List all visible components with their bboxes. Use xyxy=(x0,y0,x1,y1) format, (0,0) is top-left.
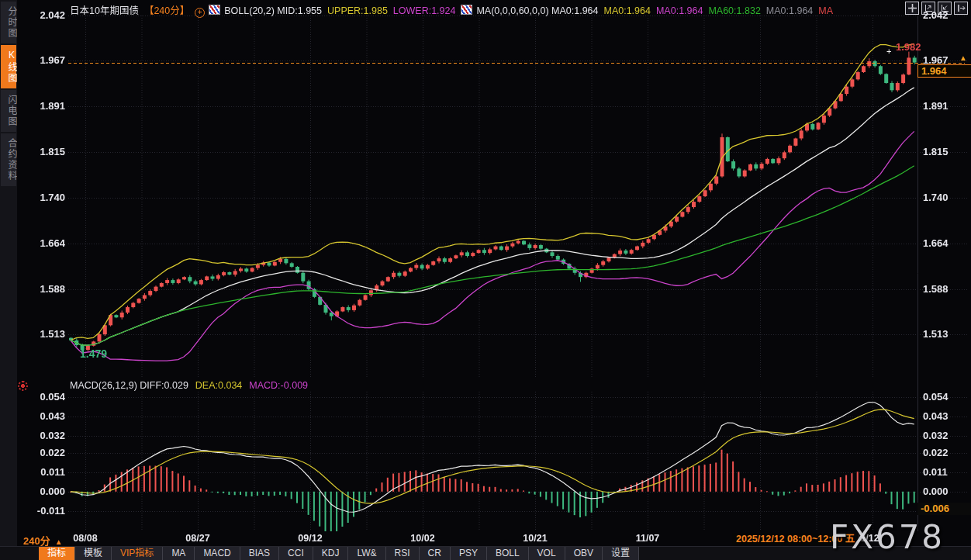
toolbar-button-bias[interactable]: BIAS xyxy=(240,547,279,560)
axis-tick-label: 1.891 xyxy=(20,100,65,112)
toolbar-button-ma[interactable]: MA xyxy=(163,547,195,560)
axis-tick-label: 0.000 xyxy=(20,486,65,497)
sidebar-item-4[interactable]: 合约资料 xyxy=(1,133,16,186)
macd-legend-segment: MACD:-0.009 xyxy=(249,380,308,391)
legend-segment: MA xyxy=(818,5,833,16)
indicator-toolbar: 指标模板VIP指标MAMACDBIASCCIKDJLW&RSICRPSYBOLL… xyxy=(0,546,971,560)
axis-tick-label: 1.513 xyxy=(20,328,65,340)
axis-tick-label: 1.967 xyxy=(20,54,65,66)
axis-tick-label: 2.042 xyxy=(20,9,65,21)
session-low-label: 1.479 xyxy=(80,347,107,360)
toolbar-button-rsi[interactable]: RSI xyxy=(386,547,420,560)
toolbar-button-vol[interactable]: VOL xyxy=(529,547,565,560)
toolbar-button-cr[interactable]: CR xyxy=(420,547,451,560)
toolbar-button-boll[interactable]: BOLL xyxy=(487,547,529,560)
period-dropdown-arrow-icon: ▲ xyxy=(55,538,63,546)
session-high-label: 1.982 xyxy=(896,41,921,53)
axis-tick-label: 1.664 xyxy=(20,237,65,249)
date-label: 08/27 xyxy=(185,533,209,544)
sidebar-item-2[interactable]: K线图 xyxy=(1,45,16,88)
legend-segment: BOLL(20,2) MID:1.955 xyxy=(224,5,322,16)
date-label: 10/21 xyxy=(523,533,547,544)
boll-mini-chart-icon[interactable] xyxy=(209,5,220,15)
macd-legend: MACD(26,12,9) DIFF:0.029DEA:0.034MACD:-0… xyxy=(70,380,315,391)
toolbar-button-设置[interactable]: 设置 xyxy=(603,547,639,560)
legend-segment: MA0:1.964 xyxy=(656,5,703,16)
axis-tick-label: 0.011 xyxy=(20,466,65,478)
chart-canvas[interactable] xyxy=(0,0,971,560)
crosshair-icon[interactable] xyxy=(905,2,919,15)
legend-segment: UPPER:1.985 xyxy=(327,5,388,16)
axis-tick-label: 0.022 xyxy=(923,447,949,458)
toolbar-button-macd[interactable]: MACD xyxy=(195,547,240,560)
axis-tick-label: 0.054 xyxy=(923,391,949,403)
macd-last-value-badge: -0.006 xyxy=(917,503,971,515)
watermark: FX678 xyxy=(830,518,945,556)
axis-tick-label: 1.740 xyxy=(923,192,949,203)
toolbar-button-kdj[interactable]: KDJ xyxy=(313,547,349,560)
macd-legend-segment: MACD(26,12,9) DIFF:0.029 xyxy=(70,380,188,391)
legend-segment: 日本10年期国债 xyxy=(70,5,139,16)
trading-terminal: 分时图K线图闪电图合约资料 日本10年期国债【240分】+BOLL(20,2) … xyxy=(0,0,971,560)
toolbar-button-指标[interactable]: 指标 xyxy=(39,547,75,560)
sidebar-item-1[interactable]: 分时图 xyxy=(1,2,16,43)
axis-tick-label: 1.740 xyxy=(20,192,65,203)
ma-mini-chart-icon[interactable] xyxy=(461,5,472,15)
legend-segment: MA60:1.832 xyxy=(708,5,760,16)
legend-segment: LOWER:1.924 xyxy=(393,5,456,16)
axis-tick-label: 1.891 xyxy=(923,100,949,112)
legend-segment: 【240分】 xyxy=(144,5,189,16)
axis-tick-label: 0.032 xyxy=(923,430,949,441)
last-price-badge: 1.964 xyxy=(917,64,971,78)
axis-tick-label: 2.042 xyxy=(923,9,949,21)
axis-tick-label: 0.022 xyxy=(20,447,65,458)
axis-tick-label: 1.815 xyxy=(20,146,65,157)
toolbar-button-vip指标[interactable]: VIP指标 xyxy=(112,547,163,560)
legend-segment: MA0:1.964 xyxy=(766,5,813,16)
axis-tick-label: 0.011 xyxy=(923,466,948,478)
panel-splitter-icon[interactable] xyxy=(18,381,28,391)
toolbar-button-psy[interactable]: PSY xyxy=(451,547,487,560)
axis-tick-label: 1.664 xyxy=(923,237,949,249)
pan-right-icon[interactable] xyxy=(954,2,968,15)
axis-tick-label: 1.588 xyxy=(20,283,65,295)
axis-tick-label: 0.054 xyxy=(20,391,65,403)
session-high-cross-marker: + xyxy=(886,47,891,56)
toolbar-button-obv[interactable]: OBV xyxy=(565,547,603,560)
axis-tick-label: 0.043 xyxy=(923,410,949,422)
axis-tick-label: 0.032 xyxy=(20,430,65,441)
axis-tick-label: 1.588 xyxy=(923,283,949,295)
axis-tick-label: 1.513 xyxy=(923,328,949,340)
price-up-arrow-icon: ▲ xyxy=(959,54,967,62)
toolbar-button-lw&[interactable]: LW& xyxy=(348,547,385,560)
axis-tick-label: 0.000 xyxy=(923,486,949,497)
chart-type-sidebar: 分时图K线图闪电图合约资料 xyxy=(0,0,17,560)
legend-segment: MA0:1.964 xyxy=(603,5,650,16)
date-label: 10/02 xyxy=(410,533,434,544)
period-label: 240分 xyxy=(23,535,50,547)
date-label: 08/08 xyxy=(73,533,97,544)
date-label: 11/07 xyxy=(636,533,660,544)
toolbar-button-模板[interactable]: 模板 xyxy=(75,547,112,560)
toolbar-button-cci[interactable]: CCI xyxy=(279,547,313,560)
axis-tick-label: 0.043 xyxy=(20,410,65,422)
date-label: 09/12 xyxy=(298,533,322,544)
macd-legend-segment: DEA:0.034 xyxy=(195,380,242,391)
legend-segment: MA(0,0,0,60,0,0) MA0:1.964 xyxy=(476,5,598,16)
sidebar-item-3[interactable]: 闪电图 xyxy=(1,90,16,132)
indicator-legend: 日本10年期国债【240分】+BOLL(20,2) MID:1.955UPPER… xyxy=(70,2,838,15)
axis-tick-label: -0.011 xyxy=(20,505,65,517)
axis-tick-label: 1.815 xyxy=(923,146,949,157)
